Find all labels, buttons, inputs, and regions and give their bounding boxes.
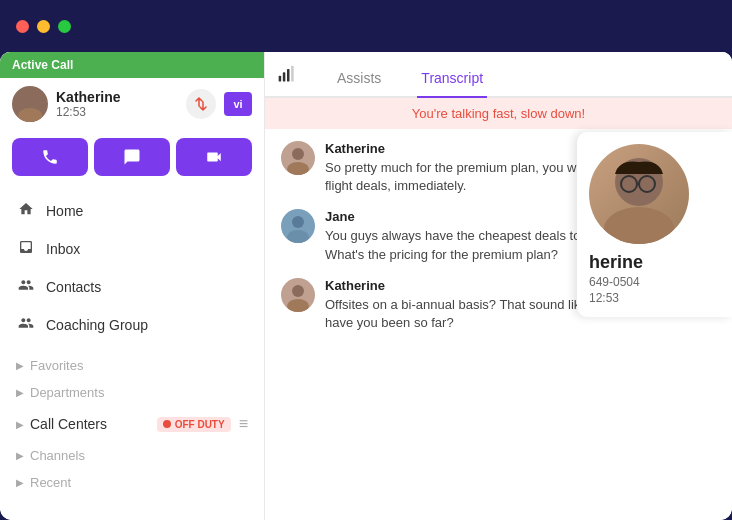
hamburger-icon[interactable]: ≡ [239, 415, 248, 433]
active-call-row: Katherine 12:53 vi [0, 78, 264, 130]
svg-point-1 [18, 108, 42, 122]
callcenters-label: Call Centers [30, 416, 157, 432]
contact-phone: 649-0504 [589, 275, 720, 289]
inbox-icon [16, 239, 36, 259]
caller-time: 12:53 [56, 105, 178, 119]
caller-avatar [12, 86, 48, 122]
sidebar-item-contacts[interactable]: Contacts [0, 268, 264, 306]
chat-button[interactable] [94, 138, 170, 176]
svg-point-9 [287, 230, 309, 243]
phone-button[interactable] [12, 138, 88, 176]
svg-point-11 [287, 299, 309, 312]
contacts-icon [16, 277, 36, 297]
katherine-avatar-1 [281, 141, 315, 175]
swap-call-button[interactable] [186, 89, 216, 119]
contact-card: herine 649-0504 12:53 [577, 132, 732, 317]
tab-transcript[interactable]: Transcript [417, 60, 487, 98]
favorites-arrow: ▶ [16, 360, 24, 371]
call-action-icons: vi [186, 89, 252, 119]
minimize-button[interactable] [37, 20, 50, 33]
sidebar-home-label: Home [46, 203, 83, 219]
departments-arrow: ▶ [16, 387, 24, 398]
main-container: Active Call Katherine 12:53 [0, 52, 732, 520]
sidebar: Active Call Katherine 12:53 [0, 52, 265, 520]
contact-photo [589, 144, 689, 244]
jane-avatar [281, 209, 315, 243]
tab-assists[interactable]: Assists [333, 60, 385, 98]
svg-rect-2 [279, 76, 282, 82]
vi-button[interactable]: vi [224, 92, 252, 116]
sidebar-section-departments[interactable]: ▶ Departments [0, 379, 264, 406]
departments-label: Departments [30, 385, 104, 400]
off-duty-dot [163, 420, 171, 428]
active-call-banner: Active Call [0, 52, 264, 78]
close-button[interactable] [16, 20, 29, 33]
sidebar-coaching-label: Coaching Group [46, 317, 148, 333]
svg-point-8 [292, 216, 304, 228]
caller-info: Katherine 12:53 [56, 89, 178, 119]
svg-point-7 [287, 162, 309, 175]
off-duty-badge: OFF DUTY [157, 417, 231, 432]
maximize-button[interactable] [58, 20, 71, 33]
channels-arrow: ▶ [16, 450, 24, 461]
svg-rect-3 [283, 72, 286, 81]
svg-point-13 [604, 207, 674, 244]
katherine-avatar-2 [281, 278, 315, 312]
recent-arrow: ▶ [16, 477, 24, 488]
sidebar-item-coaching[interactable]: Coaching Group [0, 306, 264, 344]
sidebar-item-inbox[interactable]: Inbox [0, 230, 264, 268]
off-duty-label: OFF DUTY [175, 419, 225, 430]
sidebar-contacts-label: Contacts [46, 279, 101, 295]
sidebar-inbox-label: Inbox [46, 241, 80, 257]
channels-label: Channels [30, 448, 85, 463]
contact-time: 12:53 [589, 291, 720, 305]
coaching-icon [16, 315, 36, 335]
action-buttons [0, 130, 264, 184]
sidebar-section-recent[interactable]: ▶ Recent [0, 469, 264, 496]
signal-icon [277, 64, 297, 89]
titlebar [0, 0, 732, 52]
svg-point-0 [23, 93, 37, 107]
svg-point-6 [292, 148, 304, 160]
sidebar-section-favorites[interactable]: ▶ Favorites [0, 352, 264, 379]
svg-rect-5 [291, 66, 294, 82]
right-panel: Assists Transcript You're talking fast, … [265, 52, 732, 520]
nav-items: Home Inbox Contacts Coaching Group [0, 184, 264, 352]
svg-point-10 [292, 285, 304, 297]
sidebar-section-callcenters[interactable]: ▶ Call Centers OFF DUTY ≡ [0, 406, 264, 442]
contact-name: herine [589, 252, 720, 273]
sidebar-section-channels[interactable]: ▶ Channels [0, 442, 264, 469]
active-call-label: Active Call [12, 58, 73, 72]
home-icon [16, 201, 36, 221]
sidebar-item-home[interactable]: Home [0, 192, 264, 230]
alert-text: You're talking fast, slow down! [412, 106, 585, 121]
alert-bar: You're talking fast, slow down! [265, 98, 732, 129]
callcenters-arrow: ▶ [16, 419, 24, 430]
svg-rect-4 [287, 69, 290, 82]
video-button[interactable] [176, 138, 252, 176]
caller-name: Katherine [56, 89, 178, 105]
recent-label: Recent [30, 475, 71, 490]
panel-header: Assists Transcript [265, 52, 732, 98]
favorites-label: Favorites [30, 358, 83, 373]
